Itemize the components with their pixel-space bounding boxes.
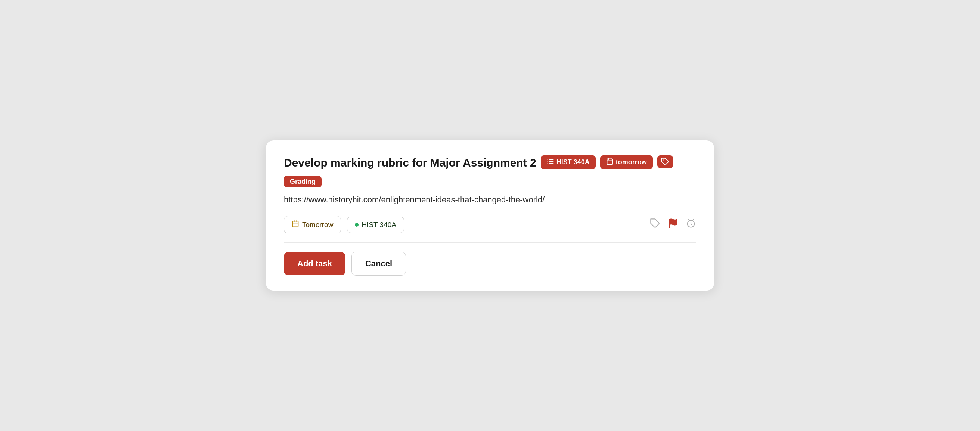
project-pill[interactable]: HIST 340A [347, 216, 404, 233]
due-badge[interactable]: tomorrow [600, 155, 653, 169]
flag-icon[interactable] [668, 218, 678, 231]
task-url: https://www.historyhit.com/enlightenment… [284, 195, 696, 205]
cancel-button[interactable]: Cancel [352, 252, 406, 276]
due-pill-label: Tomorrow [302, 221, 333, 229]
task-header: Develop marking rubric for Major Assignm… [284, 155, 696, 170]
svg-rect-11 [293, 221, 298, 227]
due-badge-label: tomorrow [616, 158, 647, 166]
meta-row: Tomorrow HIST 340A [284, 216, 696, 234]
task-title: Develop marking rubric for Major Assignm… [284, 155, 536, 170]
alarm-icon[interactable] [686, 218, 696, 231]
task-card: Develop marking rubric for Major Assignm… [266, 140, 714, 291]
meta-icons [650, 218, 696, 231]
due-pill[interactable]: Tomorrow [284, 216, 341, 234]
project-badge-icon [547, 157, 554, 167]
tag-icon[interactable] [650, 218, 660, 231]
project-pill-label: HIST 340A [361, 221, 396, 229]
due-pill-icon [292, 220, 299, 229]
tag-badge[interactable] [657, 155, 673, 168]
divider [284, 242, 696, 243]
add-task-button[interactable]: Add task [284, 252, 345, 275]
project-badge[interactable]: HIST 340A [541, 155, 596, 169]
project-dot-icon [355, 223, 358, 227]
grading-badge[interactable]: Grading [284, 176, 321, 188]
due-badge-icon [606, 157, 614, 167]
meta-left: Tomorrow HIST 340A [284, 216, 404, 234]
svg-rect-6 [607, 159, 612, 164]
action-row: Add task Cancel [284, 252, 696, 276]
project-badge-label: HIST 340A [557, 158, 590, 166]
